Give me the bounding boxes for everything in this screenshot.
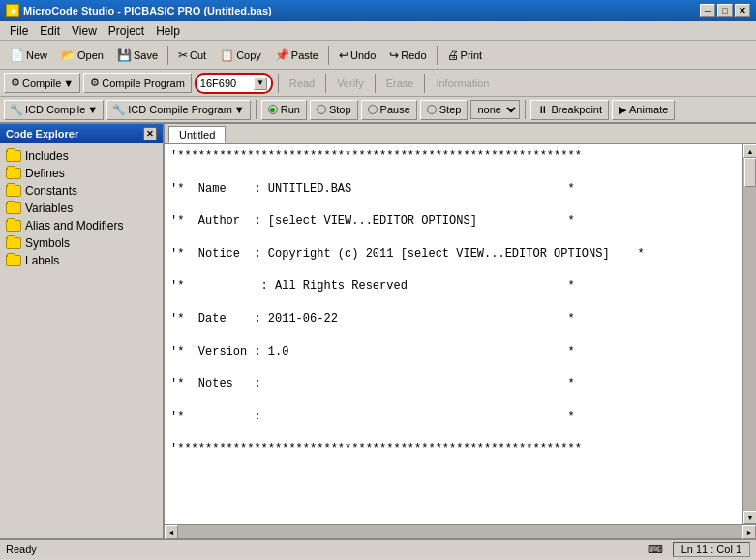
verify-button[interactable]: Verify	[331, 76, 370, 91]
sep-3	[437, 46, 438, 65]
paste-button[interactable]: 📌 Paste	[269, 45, 324, 66]
redo-button[interactable]: ↪ Redo	[383, 45, 432, 66]
scrollbar-horizontal[interactable]: ◄ ►	[165, 524, 756, 538]
compile-prog-icon: ⚙	[90, 77, 100, 89]
sidebar-label-constants: Constants	[25, 184, 77, 198]
scroll-down-button[interactable]: ▼	[743, 511, 756, 524]
icd-compile-button[interactable]: 🔧 ICD Compile ▼	[4, 100, 104, 120]
scroll-up-button[interactable]: ▲	[743, 144, 756, 158]
title-bar: ★ MicroCode Studio - PICBASIC PRO (Untit…	[0, 0, 756, 21]
keyboard-icon: ⌨	[648, 543, 663, 556]
print-icon: 🖨	[447, 48, 459, 62]
erase-button[interactable]: Erase	[380, 76, 420, 91]
pause-button[interactable]: Pause	[361, 100, 417, 120]
sidebar-item-defines[interactable]: Defines	[2, 165, 161, 182]
menu-project[interactable]: Project	[103, 23, 150, 39]
sidebar-item-variables[interactable]: Variables	[2, 200, 161, 217]
scroll-thumb-v[interactable]	[744, 158, 756, 187]
information-button[interactable]: Information	[430, 76, 495, 91]
pause-label: Pause	[380, 104, 410, 115]
copy-button[interactable]: 📋 Copy	[214, 45, 267, 66]
step-label: Step	[439, 104, 462, 115]
folder-icon-includes	[6, 150, 21, 162]
open-button[interactable]: 📂 Open	[55, 45, 109, 66]
code-line: '***************************************…	[170, 441, 737, 457]
none-select[interactable]: none	[470, 100, 520, 119]
menu-view[interactable]: View	[66, 23, 103, 39]
sidebar-item-alias[interactable]: Alias and Modifiers	[2, 217, 161, 234]
scrollbar-vertical[interactable]: ▲ ▼	[742, 144, 756, 524]
icd-compile-program-button[interactable]: 🔧 ICD Compile Program ▼	[106, 100, 250, 120]
scroll-track-v[interactable]	[743, 158, 756, 511]
stop-button[interactable]: Stop	[310, 100, 358, 120]
cut-icon: ✂	[178, 48, 188, 62]
menu-edit[interactable]: Edit	[34, 23, 66, 39]
animate-button[interactable]: ▶ Animate	[612, 100, 675, 120]
icd-compile-program-label: ICD Compile Program	[128, 104, 232, 115]
sidebar-item-labels[interactable]: Labels	[2, 252, 161, 269]
sidebar-label-defines: Defines	[25, 167, 65, 180]
main-area: Code Explorer ✕ Includes Defines Constan…	[0, 124, 756, 538]
close-button[interactable]: ✕	[735, 4, 750, 17]
step-button[interactable]: Step	[420, 100, 469, 120]
stop-label: Stop	[329, 104, 351, 115]
copy-icon: 📋	[220, 48, 234, 62]
scroll-right-button[interactable]: ►	[742, 525, 756, 539]
code-line: '***************************************…	[170, 148, 737, 165]
editor-area: Untitled '******************************…	[165, 124, 756, 538]
code-line: '* : *	[170, 409, 737, 425]
scroll-left-button[interactable]: ◄	[165, 525, 178, 539]
sidebar-label-symbols: Symbols	[25, 236, 70, 250]
code-editor[interactable]: '***************************************…	[165, 144, 742, 524]
sidebar-item-symbols[interactable]: Symbols	[2, 234, 161, 252]
undo-icon: ↩	[339, 48, 348, 62]
new-button[interactable]: 📄 New	[4, 45, 53, 66]
sep-6	[375, 74, 376, 93]
folder-icon-labels	[6, 255, 21, 266]
status-right: ⌨ Ln 11 : Col 1	[648, 542, 750, 557]
sep-2	[328, 46, 329, 65]
menu-help[interactable]: Help	[150, 23, 186, 39]
code-line: '* Author : [select VIEW...EDITOR OPTION…	[170, 213, 737, 230]
animate-label: Animate	[629, 104, 668, 115]
icd-compile-label: ICD Compile	[25, 104, 85, 115]
print-button[interactable]: 🖨 Print	[441, 45, 489, 66]
folder-icon-alias	[6, 220, 21, 232]
title-bar-buttons[interactable]: ─ □ ✕	[700, 4, 750, 17]
minimize-button[interactable]: ─	[700, 4, 715, 17]
run-label: Run	[281, 104, 300, 115]
scroll-track-h[interactable]	[178, 525, 742, 538]
icd-icon: 🔧	[10, 104, 23, 116]
compile-label: Compile	[22, 78, 61, 89]
compile-program-button[interactable]: ⚙ Compile Program	[83, 73, 192, 93]
folder-icon-defines	[6, 168, 21, 179]
chip-selector[interactable]: ▼	[195, 73, 273, 94]
code-line: '* Notice : Copyright (c) 2011 [select V…	[170, 246, 737, 263]
run-button[interactable]: Run	[261, 100, 307, 120]
step-radio	[427, 105, 437, 114]
save-icon: 💾	[117, 48, 132, 62]
sep-5	[325, 74, 326, 93]
sidebar-close-button[interactable]: ✕	[143, 127, 157, 140]
code-line: '* Version : 1.0 *	[170, 344, 737, 360]
sidebar-item-constants[interactable]: Constants	[2, 182, 161, 200]
folder-icon-constants	[6, 185, 21, 197]
title-bar-left: ★ MicroCode Studio - PICBASIC PRO (Untit…	[6, 4, 272, 17]
cut-button[interactable]: ✂ Cut	[172, 45, 212, 66]
compile-button[interactable]: ⚙ Compile ▼	[4, 73, 80, 93]
chip-input[interactable]	[200, 78, 254, 89]
undo-button[interactable]: ↩ Undo	[333, 45, 381, 66]
menu-file[interactable]: File	[4, 23, 34, 39]
compile-arrow: ▼	[63, 78, 74, 89]
chip-dropdown-button[interactable]: ▼	[254, 77, 267, 90]
sidebar-label-alias: Alias and Modifiers	[25, 219, 123, 233]
animate-icon: ▶	[619, 104, 626, 116]
breakpoint-button[interactable]: ⏸ Breakpoint	[530, 100, 609, 120]
status-ready: Ready	[6, 543, 648, 555]
maximize-button[interactable]: □	[717, 4, 733, 17]
read-button[interactable]: Read	[284, 76, 320, 91]
title-bar-text: MicroCode Studio - PICBASIC PRO (Untitle…	[23, 5, 272, 16]
save-button[interactable]: 💾 Save	[111, 45, 164, 66]
sidebar-item-includes[interactable]: Includes	[2, 147, 161, 165]
tab-untitled[interactable]: Untitled	[168, 126, 226, 143]
